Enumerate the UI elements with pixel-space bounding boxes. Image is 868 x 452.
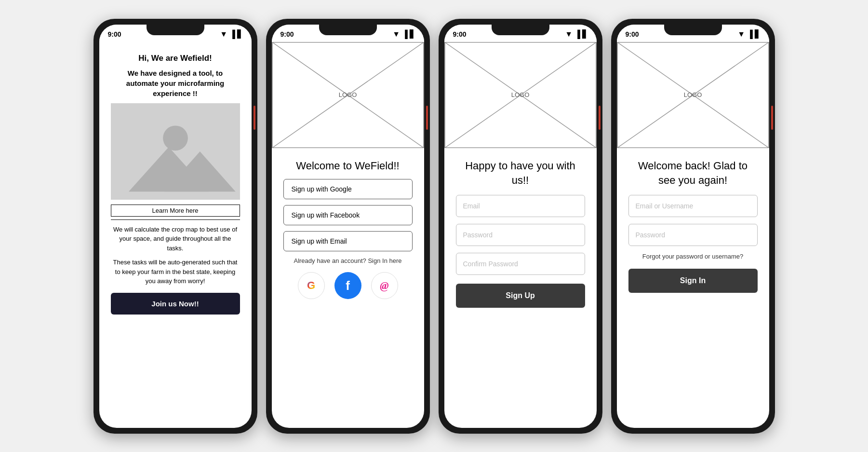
phone1-content: Hi, We are Wefield! We have designed a t…	[99, 42, 252, 322]
phone-screen-1: 9:00 ▼ ▐ ▋ Hi, We are Wefield! We have d…	[99, 25, 252, 428]
phone-screen-3: 9:00 ▼ ▐ ▋ LOGO Happy to have	[444, 25, 597, 428]
logo-text-3: LOGO	[511, 91, 530, 98]
wifi-icon-2: ▼	[392, 30, 400, 39]
signal-icon-4: ▐	[747, 30, 752, 39]
phone1-image	[111, 103, 240, 200]
email-input-4[interactable]	[628, 195, 758, 217]
battery-icon-3: ▋	[582, 29, 588, 39]
welcome-title-2: Welcome to WeField!!	[296, 159, 399, 174]
signal-icon-3: ▐	[574, 30, 580, 39]
phone-screen-4: 9:00 ▼ ▐ ▋ LOGO Welcome back!	[617, 25, 769, 428]
phone-side-btn-3	[599, 106, 601, 130]
wifi-icon-4: ▼	[737, 30, 745, 39]
battery-icon-1: ▋	[237, 29, 243, 39]
google-icon-circle[interactable]: G	[298, 272, 325, 299]
forgot-password-text[interactable]: Forgot your password or username?	[642, 253, 744, 260]
battery-icon-4: ▋	[755, 29, 761, 39]
phone1-title: Hi, We are Wefield!	[138, 54, 212, 63]
phones-container: 9:00 ▼ ▐ ▋ Hi, We are Wefield! We have d…	[93, 19, 775, 434]
status-icons-2: ▼ ▐ ▋	[392, 29, 415, 39]
at-sign-icon: @	[380, 279, 388, 292]
phone-side-btn-2	[426, 106, 428, 130]
form-title-4: Welcome back! Glad to see you again!	[628, 159, 758, 189]
phone-notch-4	[664, 25, 722, 35]
phone-screen-2: 9:00 ▼ ▐ ▋ LOGO Welcome to WeF	[272, 25, 424, 428]
phone3-content: Happy to have you with us!! Sign Up	[444, 148, 597, 428]
logo-text-4: LOGO	[684, 91, 702, 98]
phone-notch-1	[147, 25, 204, 35]
social-icons-row: G f @	[298, 272, 398, 299]
google-signup-btn[interactable]: Sign up with Google	[283, 179, 413, 199]
phone-4: 9:00 ▼ ▐ ▋ LOGO Welcome back!	[611, 19, 775, 434]
battery-icon-2: ▋	[410, 29, 415, 39]
learn-more-link[interactable]: Learn More here	[111, 205, 240, 217]
password-input-4[interactable]	[628, 224, 758, 246]
google-g-icon: G	[307, 279, 315, 292]
logo-text-2: LOGO	[339, 91, 357, 98]
confirm-password-input-3[interactable]	[456, 253, 585, 275]
sign-in-btn-4[interactable]: Sign In	[628, 269, 758, 293]
phone-notch-2	[319, 25, 377, 35]
status-time-1: 9:00	[108, 30, 121, 38]
phone1-desc2: These tasks will be auto-generated such …	[111, 258, 240, 286]
screen-content-3: LOGO Happy to have you with us!! Sign Up	[444, 42, 597, 428]
phone-2: 9:00 ▼ ▐ ▋ LOGO Welcome to WeF	[266, 19, 430, 434]
phone4-content: Welcome back! Glad to see you again! For…	[617, 148, 769, 428]
form-title-3: Happy to have you with us!!	[456, 159, 585, 189]
phone2-content: Welcome to WeField!! Sign up with Google…	[272, 148, 424, 428]
phone-notch-3	[492, 25, 549, 35]
wifi-icon-1: ▼	[220, 30, 227, 39]
already-account-text[interactable]: Already have an account? Sign In here	[294, 257, 401, 264]
screen-content-2: LOGO Welcome to WeField!! Sign up with G…	[272, 42, 424, 428]
facebook-signup-btn[interactable]: Sign up with Facebook	[283, 205, 413, 225]
signal-icon-2: ▐	[402, 30, 407, 39]
status-time-3: 9:00	[453, 30, 467, 38]
phone-1: 9:00 ▼ ▐ ▋ Hi, We are Wefield! We have d…	[93, 19, 257, 434]
logo-placeholder-4: LOGO	[617, 42, 769, 148]
facebook-icon-circle[interactable]: f	[334, 272, 361, 299]
wifi-icon-3: ▼	[565, 30, 573, 39]
email-signup-btn[interactable]: Sign up with Email	[283, 231, 413, 251]
phone1-subtitle: We have designed a tool, to automate you…	[111, 68, 240, 98]
signal-icon-1: ▐	[229, 30, 235, 39]
join-btn[interactable]: Join us Now!!	[111, 293, 240, 315]
status-time-2: 9:00	[280, 30, 294, 38]
logo-placeholder-2: LOGO	[272, 42, 424, 148]
screen-content-4: LOGO Welcome back! Glad to see you again…	[617, 42, 769, 428]
svg-point-1	[163, 125, 188, 151]
status-icons-3: ▼ ▐ ▋	[565, 29, 588, 39]
phone-3: 9:00 ▼ ▐ ▋ LOGO Happy to have	[439, 19, 602, 434]
phone-side-btn-1	[254, 106, 255, 130]
status-icons-4: ▼ ▐ ▋	[737, 29, 760, 39]
screen-content-1: Hi, We are Wefield! We have designed a t…	[99, 42, 252, 428]
phone1-desc1: We will calculate the crop map to best u…	[111, 225, 240, 253]
email-input-3[interactable]	[456, 195, 585, 217]
logo-placeholder-3: LOGO	[444, 42, 597, 148]
sign-up-btn-3[interactable]: Sign Up	[456, 284, 585, 308]
status-icons-1: ▼ ▐ ▋	[220, 29, 242, 39]
facebook-f-icon: f	[346, 278, 350, 293]
email-icon-circle[interactable]: @	[371, 272, 398, 299]
password-input-3[interactable]	[456, 224, 585, 246]
status-time-4: 9:00	[626, 30, 639, 38]
phone-side-btn-4	[771, 106, 773, 130]
